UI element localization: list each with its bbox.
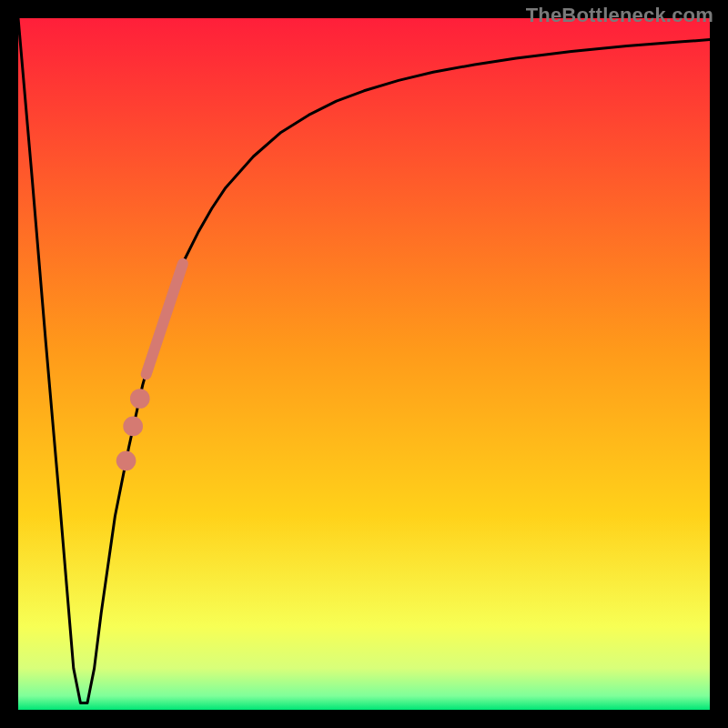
plot-area [18, 18, 710, 710]
highlight-dot [116, 451, 136, 471]
chart-svg [18, 18, 710, 710]
highlight-dot [130, 389, 150, 409]
watermark-text: TheBottleneck.com [526, 4, 713, 27]
gradient-background [18, 18, 710, 710]
chart-frame: TheBottleneck.com [0, 0, 728, 728]
highlight-dot [123, 417, 143, 437]
